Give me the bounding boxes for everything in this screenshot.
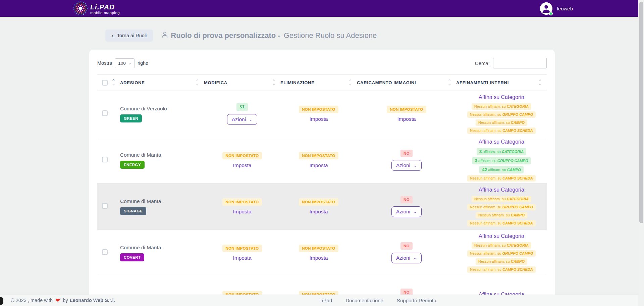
affinamento-badge: Nessun affinam. su CATEGORIA bbox=[472, 196, 531, 202]
eliminazione-status-badge: NON IMPOSTATO bbox=[299, 106, 338, 113]
page-title-role: Ruolo di prova personalizzato - bbox=[171, 31, 280, 40]
logo-sunburst-icon bbox=[73, 1, 88, 17]
affina-su-categoria-link[interactable]: Affina su Categoria bbox=[479, 139, 524, 145]
column-header-adesione[interactable]: ADESIONE⌃⌄ bbox=[120, 75, 204, 91]
caricamento-imposta-link[interactable]: Imposta bbox=[397, 116, 416, 122]
scrollbar[interactable] bbox=[638, 0, 644, 306]
eliminazione-status-badge: NON IMPOSTATO bbox=[299, 152, 338, 159]
adesione-tag: ENERGY bbox=[120, 161, 145, 169]
logo-title: Li.PAD bbox=[90, 3, 120, 10]
page-title: Ruolo di prova personalizzato - Gestione… bbox=[162, 31, 377, 40]
eliminazione-imposta-link[interactable]: Imposta bbox=[309, 255, 328, 261]
column-label: AFFINAMENTI INTERNI bbox=[456, 80, 509, 85]
rows-per-page-value: 100 bbox=[118, 61, 126, 66]
search-label: Cerca: bbox=[475, 60, 490, 66]
column-label: MODIFICA bbox=[204, 80, 227, 85]
column-label: ELIMINAZIONE bbox=[280, 80, 315, 85]
show-label: Mostra bbox=[97, 60, 112, 66]
corner-widget bbox=[0, 297, 3, 305]
copyright: © 2023 , made with ❤ by Leonardo Web S.r… bbox=[11, 297, 115, 304]
sort-down-icon: ⌄ bbox=[112, 83, 115, 86]
username: leoweb bbox=[557, 6, 573, 11]
modifica-azioni-dropdown[interactable]: Azioni⌄ bbox=[227, 114, 257, 125]
footer-link-lipad[interactable]: LiPad bbox=[319, 298, 332, 303]
footer-links: LiPadDocumentazioneSupporto Remoto bbox=[319, 298, 436, 303]
column-header-caricamento[interactable]: CARICAMENTO IMMAGINI⌃⌄ bbox=[357, 75, 456, 91]
sort-arrows[interactable]: ⌃⌄ bbox=[538, 80, 542, 86]
eliminazione-imposta-link[interactable]: Imposta bbox=[309, 209, 328, 215]
column-header-modifica[interactable]: MODIFICA⌃⌄ bbox=[204, 75, 280, 91]
adesione-name: Comune di Manta bbox=[120, 198, 204, 204]
chevron-down-icon: ⌄ bbox=[413, 211, 417, 213]
chevron-down-icon: ⌄ bbox=[413, 257, 417, 259]
row-checkbox[interactable] bbox=[102, 249, 108, 255]
select-all-checkbox[interactable] bbox=[102, 80, 108, 86]
footer-link-supporto-remoto[interactable]: Supporto Remoto bbox=[397, 298, 436, 303]
rows-per-page-select[interactable]: 100 ⌄ bbox=[115, 58, 135, 68]
caricamento-status-badge: NO bbox=[400, 196, 413, 203]
sort-arrows[interactable]: ⌃ ⌄ bbox=[112, 80, 115, 86]
column-header-eliminazione[interactable]: ELIMINAZIONE⌃⌄ bbox=[280, 75, 357, 91]
company-name: Leonardo Web S.r.l. bbox=[70, 298, 115, 303]
caricamento-azioni-dropdown[interactable]: Azioni⌄ bbox=[391, 253, 422, 263]
modifica-status-badge: NON IMPOSTATO bbox=[222, 152, 262, 159]
eliminazione-imposta-link[interactable]: Imposta bbox=[309, 162, 328, 168]
affinamento-badge: 3 affinam. su GRUPPO CAMPO bbox=[472, 157, 531, 164]
modifica-status-badge: NON IMPOSTATO bbox=[222, 198, 262, 206]
row-checkbox[interactable] bbox=[102, 157, 108, 162]
affina-su-categoria-link[interactable]: Affina su Categoria bbox=[479, 233, 524, 239]
modifica-status-badge: NON IMPOSTATO bbox=[222, 245, 262, 252]
row-checkbox[interactable] bbox=[102, 203, 108, 209]
modifica-status-badge: SI bbox=[236, 103, 248, 111]
column-label: ADESIONE bbox=[120, 80, 145, 85]
person-icon bbox=[162, 31, 168, 40]
rows-label: righe bbox=[138, 60, 148, 66]
sort-arrows[interactable]: ⌃⌄ bbox=[448, 80, 451, 86]
affina-su-categoria-link[interactable]: Affina su Categoria bbox=[479, 187, 524, 193]
column-header-affinamenti[interactable]: AFFINAMENTI INTERNI⌃⌄ bbox=[456, 75, 547, 91]
affinamento-badge: Nessun affinam. su CATEGORIA bbox=[472, 103, 531, 110]
table-row: Comune di MantaSIGNAGENON IMPOSTATOImpos… bbox=[97, 184, 547, 230]
affinamento-badge: Nessun affinam. su CAMPO bbox=[476, 212, 527, 218]
table-row: Comune di MantaCOVERTNON IMPOSTATOImpost… bbox=[97, 230, 547, 276]
eliminazione-imposta-link[interactable]: Imposta bbox=[309, 116, 328, 122]
sort-down-icon: ⌄ bbox=[448, 83, 451, 86]
affinamento-badge: Nessun affinam. su GRUPPO CAMPO bbox=[467, 111, 536, 118]
roles-table: ⌃ ⌄ ADESIONE⌃⌄MODIFICA⌃⌄ELIMINAZIONE⌃⌄CA… bbox=[97, 74, 547, 306]
affinamento-badge: Nessun affinam. su CATEGORIA bbox=[472, 242, 531, 249]
adesione-name: Comune di Manta bbox=[120, 245, 204, 251]
column-header-select[interactable]: ⌃ ⌄ bbox=[97, 75, 120, 91]
table-search: Cerca: bbox=[475, 58, 547, 68]
search-input[interactable] bbox=[493, 58, 547, 68]
affinamento-badge: 42 affinam. su CAMPO bbox=[479, 166, 524, 173]
title-row: ‹ Torna ai Ruoli Ruolo di prova personal… bbox=[89, 17, 555, 42]
sort-arrows[interactable]: ⌃⌄ bbox=[272, 80, 276, 86]
modifica-imposta-link[interactable]: Imposta bbox=[233, 209, 251, 215]
caricamento-azioni-dropdown[interactable]: Azioni⌄ bbox=[391, 206, 422, 217]
eliminazione-status-badge: NON IMPOSTATO bbox=[299, 198, 338, 206]
eliminazione-status-badge: NON IMPOSTATO bbox=[299, 245, 338, 252]
user-menu[interactable]: leoweb bbox=[540, 2, 573, 15]
affinamento-badge: Nessun affinam. su GRUPPO CAMPO bbox=[467, 204, 536, 210]
affinamento-badge: Nessun affinam. su CAMPO bbox=[476, 258, 527, 265]
top-navbar: Li.PAD mobile mapping leoweb bbox=[0, 0, 644, 17]
back-button[interactable]: ‹ Torna ai Ruoli bbox=[105, 30, 153, 42]
scrollbar-thumb[interactable] bbox=[639, 2, 643, 223]
sort-arrows[interactable]: ⌃⌄ bbox=[196, 80, 199, 86]
caricamento-azioni-dropdown[interactable]: Azioni⌄ bbox=[391, 160, 422, 171]
affinamento-badge: 3 affinam. su CATEGORIA bbox=[477, 148, 526, 155]
caricamento-status-badge: NO bbox=[400, 242, 413, 250]
sort-down-icon: ⌄ bbox=[272, 83, 276, 86]
table-controls: Mostra 100 ⌄ righe Cerca: bbox=[97, 57, 547, 69]
caricamento-status-badge: NO bbox=[400, 150, 413, 157]
row-checkbox[interactable] bbox=[102, 110, 108, 116]
modifica-imposta-link[interactable]: Imposta bbox=[233, 255, 251, 261]
affina-su-categoria-link[interactable]: Affina su Categoria bbox=[479, 94, 524, 100]
sort-arrows[interactable]: ⌃⌄ bbox=[348, 80, 352, 86]
page-title-section: Gestione Ruolo su Adesione bbox=[284, 31, 377, 40]
footer-link-documentazione[interactable]: Documentazione bbox=[345, 298, 383, 303]
chevron-down-icon: ⌄ bbox=[413, 164, 417, 166]
app-logo[interactable]: Li.PAD mobile mapping bbox=[73, 1, 120, 17]
page-footer: © 2023 , made with ❤ by Leonardo Web S.r… bbox=[0, 295, 644, 306]
modifica-imposta-link[interactable]: Imposta bbox=[233, 162, 251, 168]
